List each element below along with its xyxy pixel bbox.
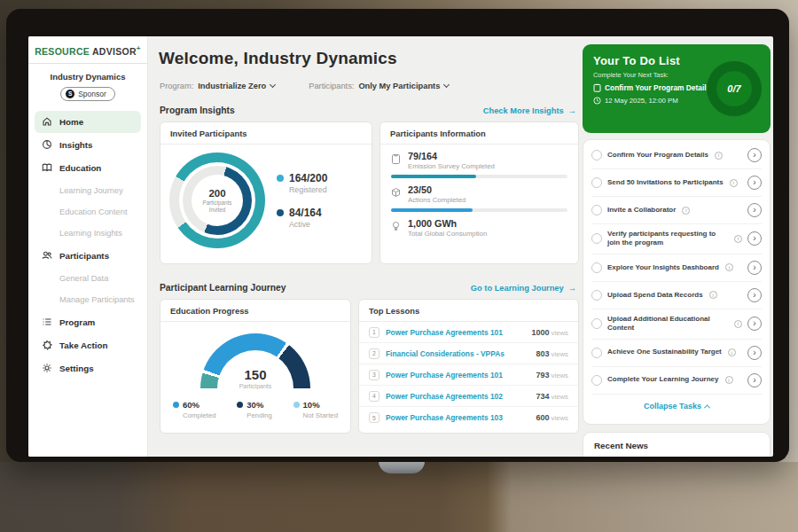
task-chevron-button[interactable]: › xyxy=(747,346,762,360)
legend-value: 164/200 xyxy=(289,172,327,184)
lesson-title-link[interactable]: Power Purchase Agreements 101 xyxy=(386,371,503,379)
registered-dot-icon xyxy=(277,175,284,182)
task-chevron-button[interactable]: › xyxy=(747,317,762,331)
sidebar-item-learning-insights[interactable]: Learning Insights xyxy=(28,223,147,244)
link-label: Go to Learning Journey xyxy=(471,284,564,293)
task-row-invite-collaborator[interactable]: Invite a Collaborator i › xyxy=(591,197,762,224)
stat-actions-completed: 23/50 Actions Completed xyxy=(380,178,578,212)
task-row-upload-spend-data[interactable]: Upload Spend Data Records i › xyxy=(591,282,762,309)
task-row-verify-participants[interactable]: Verify participants requesting to join t… xyxy=(591,224,762,254)
task-checkbox[interactable] xyxy=(591,177,602,188)
task-chevron-button[interactable]: › xyxy=(747,203,762,217)
lesson-row: 2 Financial Considerations - VPPAs 803vi… xyxy=(359,343,578,364)
lesson-title-link[interactable]: Power Purchase Agreements 101 xyxy=(386,328,503,337)
home-icon xyxy=(42,116,52,127)
participants-icon xyxy=(42,250,52,261)
sidebar: RESOURCE ADVISOR+ Industry Dynamics S Sp… xyxy=(28,36,148,457)
lesson-title-link[interactable]: Power Purchase Agreements 102 xyxy=(386,392,503,401)
task-checkbox[interactable] xyxy=(591,318,602,329)
task-label: Send 50 Invitations to Participants xyxy=(607,178,724,187)
clipboard-icon xyxy=(593,83,601,92)
sidebar-item-home[interactable]: Home xyxy=(35,111,141,133)
lesson-views: 793views xyxy=(536,371,568,379)
task-row-complete-learning-journey[interactable]: Complete Your Learning Journey i › xyxy=(591,367,762,395)
main-content: Welcome, Industry Dynamics Program: Indu… xyxy=(148,36,579,457)
lesson-title-link[interactable]: Power Purchase Agreements 103 xyxy=(386,413,503,422)
task-row-achieve-target[interactable]: Achieve One Sustainability Target i › xyxy=(591,340,762,367)
sidebar-divider xyxy=(28,63,147,64)
task-row-send-invitations[interactable]: Send 50 Invitations to Participants i › xyxy=(591,169,762,197)
task-checkbox[interactable] xyxy=(591,348,602,358)
sponsor-badge[interactable]: S Sponsor xyxy=(60,87,115,101)
sponsor-icon: S xyxy=(66,90,74,98)
active-ring: 200 Participants Invited xyxy=(183,166,252,235)
sidebar-item-education[interactable]: Education xyxy=(35,157,141,179)
program-dropdown[interactable]: Program: Industrialize Zero xyxy=(160,82,275,90)
sidebar-item-label: General Data xyxy=(59,274,108,283)
lesson-rank: 5 xyxy=(369,412,379,423)
todo-next-task-label: Confirm Your Program Details xyxy=(605,83,710,92)
donut-center-value: 200 xyxy=(208,188,225,199)
task-checkbox[interactable] xyxy=(591,290,602,301)
task-chevron-button[interactable]: › xyxy=(747,261,762,275)
task-row-upload-educational-content[interactable]: Upload Additional Educational Content i … xyxy=(591,309,762,340)
info-icon: i xyxy=(730,179,738,187)
sidebar-item-insights[interactable]: Insights xyxy=(35,134,141,156)
task-chevron-button[interactable]: › xyxy=(747,231,762,246)
top-lessons-card: Top Lessons 1 Power Purchase Agreements … xyxy=(358,299,579,434)
go-to-learning-journey-link[interactable]: Go to Learning Journey → xyxy=(471,284,576,293)
task-label: Achieve One Sustainability Target xyxy=(607,348,722,356)
invited-donut-chart: 200 Participants Invited xyxy=(169,153,265,248)
check-more-insights-link[interactable]: Check More Insights → xyxy=(483,106,576,115)
sidebar-item-manage-participants[interactable]: Manage Participants xyxy=(28,289,147,310)
lesson-title-link[interactable]: Financial Considerations - VPPAs xyxy=(386,349,505,358)
sidebar-item-participants[interactable]: Participants xyxy=(35,245,141,267)
lesson-views: 1000views xyxy=(531,328,568,337)
education-progress-card: Education Progress 150 Participants 60% … xyxy=(160,299,351,434)
task-label: Explore Your Insights Dashboard xyxy=(607,263,719,272)
participants-dropdown[interactable]: Participants: Only My Participants xyxy=(309,82,449,90)
participants-dropdown-label: Participants: xyxy=(309,82,354,90)
todo-counter: 0/7 xyxy=(716,71,752,106)
task-row-confirm-program[interactable]: Confirm Your Program Details i › xyxy=(591,142,762,169)
clock-icon xyxy=(593,97,601,105)
sidebar-item-learning-journey[interactable]: Learning Journey xyxy=(28,180,147,201)
active-dot-icon xyxy=(277,209,284,216)
task-chevron-button[interactable]: › xyxy=(747,176,762,190)
task-checkbox[interactable] xyxy=(591,205,602,215)
filters-row: Program: Industrialize Zero Participants… xyxy=(160,82,449,90)
collapse-tasks-link[interactable]: Collapse Tasks xyxy=(591,395,762,414)
actions-icon xyxy=(391,187,401,198)
logo-advisor: ADVISOR xyxy=(92,46,137,57)
task-checkbox[interactable] xyxy=(591,150,602,160)
legend-label: Completed xyxy=(183,411,216,419)
lesson-views: 600views xyxy=(536,413,568,422)
completed-dot-icon xyxy=(173,402,179,408)
task-checkbox[interactable] xyxy=(591,375,602,386)
sidebar-item-take-action[interactable]: Take Action xyxy=(35,334,141,356)
sidebar-item-education-content[interactable]: Education Content xyxy=(28,201,147,223)
task-label: Invite a Collaborator xyxy=(607,206,676,215)
sidebar-item-label: Education Content xyxy=(59,207,128,216)
task-label: Upload Spend Data Records xyxy=(607,291,703,300)
survey-icon xyxy=(391,153,401,165)
task-chevron-button[interactable]: › xyxy=(747,288,762,302)
task-chevron-button[interactable]: › xyxy=(747,148,762,162)
sidebar-item-general-data[interactable]: General Data xyxy=(28,268,147,289)
legend-item-pending: 30% Pending xyxy=(237,400,272,419)
task-row-explore-insights[interactable]: Explore Your Insights Dashboard i › xyxy=(591,254,762,282)
gauge-center-label: Participants xyxy=(200,383,310,389)
info-icon: i xyxy=(725,376,733,384)
sidebar-item-program[interactable]: Program xyxy=(35,311,141,333)
legend-label: Registered xyxy=(289,185,327,194)
program-insights-header: Program Insights Check More Insights → xyxy=(160,106,576,115)
sidebar-item-settings[interactable]: Settings xyxy=(35,357,141,379)
task-checkbox[interactable] xyxy=(591,262,602,273)
insights-icon xyxy=(42,139,52,150)
program-dropdown-label: Program: xyxy=(160,82,193,90)
task-chevron-button[interactable]: › xyxy=(747,373,762,387)
info-icon: i xyxy=(728,348,736,356)
task-checkbox[interactable] xyxy=(591,233,602,244)
todo-task-list: Confirm Your Program Details i › Send 50… xyxy=(583,139,771,425)
education-icon xyxy=(42,162,52,173)
